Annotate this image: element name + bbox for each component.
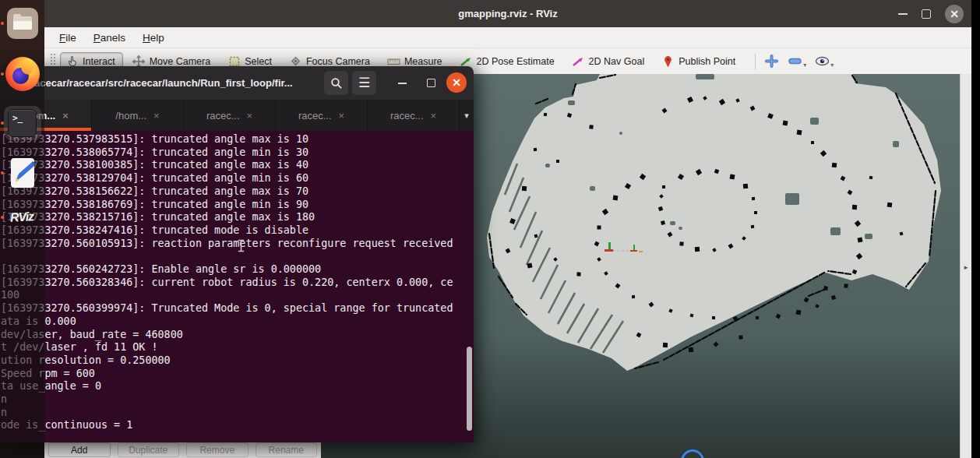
tool-publish-point[interactable]: Publish Point xyxy=(656,52,743,71)
tool-label: 2D Pose Estimate xyxy=(477,56,555,67)
terminal-window: acecar/racecar/src/racecar/launch/Run_fi… xyxy=(0,66,474,442)
terminal-tab-1[interactable]: /hom...× xyxy=(92,100,184,131)
rviz-titlebar[interactable]: gmapping.rviz - RViz ✕ xyxy=(44,0,971,27)
tool-2d-nav-goal[interactable]: 2D Nav Goal xyxy=(566,52,653,71)
terminal-line-4: [1639733270.538156622]: truncated angle … xyxy=(1,185,474,199)
tab-list-dropdown-icon[interactable]: ▾ xyxy=(460,100,474,131)
menu-help[interactable]: Help xyxy=(136,30,171,46)
terminal-line-20: n xyxy=(1,393,474,407)
terminal-line-16: t /dev/laser , fd 11 OK ! xyxy=(1,341,474,354)
action-eye-button[interactable]: ▾ xyxy=(814,54,834,69)
terminal-scrollbar[interactable] xyxy=(467,347,472,431)
terminal-line-0: [1639733270.537983515]: truncated angle … xyxy=(1,133,474,146)
text-cursor-pointer xyxy=(238,239,245,255)
rviz-logo: RViz xyxy=(10,210,34,225)
terminal-tab-2[interactable]: racec...× xyxy=(184,100,276,131)
search-icon[interactable] xyxy=(324,71,348,95)
panel-expander-icon[interactable]: ▸ xyxy=(964,263,968,271)
terminal-line-7: [1639733270.538247416]: truncated mode i… xyxy=(1,224,474,238)
running-indicator-dot xyxy=(1,171,4,174)
ubuntu-dock: >_ RViz xyxy=(0,0,44,458)
terminal-line-6: [1639733270.538215716]: truncated angle … xyxy=(1,211,474,224)
firefox-icon xyxy=(5,57,40,91)
focused-app-halo: >_ xyxy=(4,106,41,140)
tool-label: Publish Point xyxy=(679,56,735,67)
terminal-line-11: [1639733270.560328346]: current robot ra… xyxy=(1,277,474,290)
map-pin-icon xyxy=(661,55,675,68)
terminal-line-10: [1639733270.560242723]: Enable angle sr … xyxy=(1,263,474,277)
tool-label: 2D Nav Goal xyxy=(589,56,645,67)
terminal-line-14: ata is 0.000 xyxy=(1,315,474,329)
tab-close-icon[interactable]: × xyxy=(153,110,160,122)
tool-label: Move Camera xyxy=(150,56,211,67)
terminal-line-12: 100 xyxy=(1,289,474,302)
side-panel-collapsed-strip[interactable]: ▸ xyxy=(960,74,971,458)
add-button[interactable]: Add xyxy=(48,442,111,457)
running-indicator-dot xyxy=(1,22,4,25)
terminal-line-18: Speed rpm = 600 xyxy=(1,368,474,381)
magenta-arrow-icon xyxy=(572,55,585,68)
terminal-line-15: dev/laser, baud_rate = 460800 xyxy=(1,329,474,342)
close-icon[interactable]: ✕ xyxy=(945,5,964,23)
terminal-line-1: [1639733270.538065774]: truncated angle … xyxy=(1,146,474,160)
terminal-line-13: [1639733270.560399974]: Truncated Mode i… xyxy=(1,302,474,315)
action-plus-button[interactable] xyxy=(763,54,779,69)
displays-panel-buttons: AddDuplicateRemoveRename xyxy=(44,440,321,458)
terminal-line-17: ution resolution = 0.250000 xyxy=(1,354,474,368)
terminal-tab-3[interactable]: racec...× xyxy=(276,100,368,131)
tab-label: racec... xyxy=(298,110,332,122)
minimize-icon[interactable] xyxy=(898,13,908,15)
action-minus-button[interactable]: ▾ xyxy=(787,54,806,69)
running-indicator-dot xyxy=(1,72,4,76)
tab-label: racec... xyxy=(206,110,240,122)
terminal-maximize-icon[interactable] xyxy=(425,66,437,100)
tool-label: Interact xyxy=(83,56,115,67)
terminal-tab-4[interactable]: racec...× xyxy=(368,100,460,131)
terminal-line-2: [1639733270.538100385]: truncated angle … xyxy=(1,159,474,172)
terminal-tabbar: /hom...×/hom...×racec...×racec...×racec.… xyxy=(0,100,474,131)
tool-label: Measure xyxy=(404,56,442,67)
dropdown-caret-icon[interactable]: ▾ xyxy=(830,62,834,69)
dock-item-files[interactable] xyxy=(0,8,44,39)
rename-button[interactable]: Rename xyxy=(256,442,318,457)
hamburger-menu-icon[interactable]: ☰ xyxy=(352,71,376,95)
tab-close-icon[interactable]: × xyxy=(62,110,69,122)
terminal-close-icon[interactable]: ✕ xyxy=(446,72,467,93)
terminal-title: acecar/racecar/src/racecar/launch/Run_fi… xyxy=(34,66,293,100)
toolbar-separator xyxy=(755,54,756,69)
terminal-minimize-icon[interactable] xyxy=(396,66,408,100)
toolbar-actions: ▾▾ xyxy=(763,54,841,69)
dock-item-rviz[interactable]: RViz xyxy=(0,210,44,224)
files-icon xyxy=(7,8,38,39)
dropdown-caret-icon[interactable]: ▾ xyxy=(803,62,806,69)
terminal-output[interactable]: [1639733270.537983515]: truncated angle … xyxy=(0,131,474,442)
terminal-line-19: ta use_angle = 0 xyxy=(1,380,474,393)
tab-label: racec... xyxy=(390,110,424,122)
running-indicator-dot xyxy=(1,216,4,219)
terminal-icon: >_ xyxy=(8,109,37,137)
terminal-line-3: [1639733270.538129704]: truncated angle … xyxy=(1,172,474,185)
tool-label: Select xyxy=(245,56,272,67)
running-indicator-dot xyxy=(1,122,4,125)
terminal-titlebar[interactable]: acecar/racecar/src/racecar/launch/Run_fi… xyxy=(0,66,474,100)
minus-icon xyxy=(787,54,802,69)
text-editor-icon xyxy=(8,157,37,189)
terminal-line-22: ode is_continuous = 1 xyxy=(1,419,474,432)
duplicate-button[interactable]: Duplicate xyxy=(118,442,180,457)
dock-item-firefox[interactable] xyxy=(0,57,44,91)
rviz-window-title: gmapping.rviz - RViz xyxy=(44,8,971,19)
tab-close-icon[interactable]: × xyxy=(339,110,345,122)
dock-item-text-editor[interactable] xyxy=(0,157,44,189)
maximize-icon[interactable] xyxy=(922,9,931,19)
tab-close-icon[interactable]: × xyxy=(247,110,253,122)
tab-label: /hom... xyxy=(115,110,146,122)
rviz-menubar: File Panels Help xyxy=(44,27,971,48)
menu-panels[interactable]: Panels xyxy=(86,30,132,46)
menu-file[interactable]: File xyxy=(52,30,83,46)
eye-icon xyxy=(814,54,830,69)
tool-label: Focus Camera xyxy=(306,56,370,67)
terminal-line-5: [1639733270.538186769]: truncated angle … xyxy=(1,199,474,212)
remove-button[interactable]: Remove xyxy=(186,442,249,457)
tab-close-icon[interactable]: × xyxy=(431,110,437,122)
dock-item-terminal[interactable]: >_ xyxy=(0,106,44,140)
